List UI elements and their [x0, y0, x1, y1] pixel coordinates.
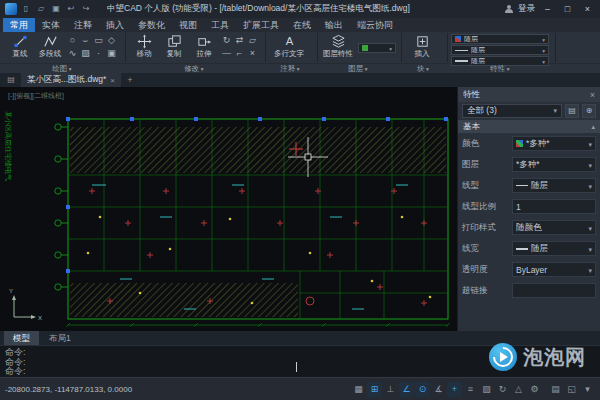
arc-tool-icon[interactable]: ⌣ [79, 34, 92, 47]
new-document-tab-button[interactable]: + [123, 73, 137, 87]
rotate-tool-icon[interactable]: ↻ [220, 34, 233, 47]
minimize-button[interactable]: – [540, 0, 555, 18]
close-tab-icon[interactable] [110, 75, 115, 85]
polyline-tool-button[interactable]: 多段线 [35, 34, 65, 59]
fillet-tool-icon[interactable]: ⌐ [233, 47, 246, 60]
redo-icon[interactable]: ↪ [80, 0, 92, 18]
line-icon [13, 34, 28, 49]
lineweight-value-field[interactable]: 随层 [512, 241, 596, 256]
polygon-tool-icon[interactable]: ◇ [105, 34, 118, 47]
move-tool-button[interactable]: 移动 [129, 34, 159, 59]
annotation-scale-toggle-icon[interactable]: △ [511, 382, 526, 397]
grid-toggle-icon[interactable]: ⊞ [367, 382, 382, 397]
toggle-pickadd-icon[interactable]: ⊕ [582, 104, 596, 118]
new-file-icon[interactable]: ▯ [20, 0, 32, 18]
circle-tool-icon[interactable]: ○ [66, 34, 79, 47]
group-label-properties[interactable]: 特性 [446, 64, 554, 73]
region-tool-icon[interactable]: ▣ [105, 47, 118, 60]
ribbon-group-modify: 移动 复制 拉伸 ↻ ⇄ ▱ — [126, 33, 266, 62]
fullscreen-icon[interactable]: ◱ [564, 382, 579, 397]
dimension-line [66, 323, 450, 327]
line-tool-button[interactable]: 直线 [5, 34, 35, 59]
start-tab-icon[interactable]: ▤ [3, 73, 19, 87]
group-label-annotate[interactable]: 注释 [264, 64, 316, 73]
ribbon-tab-view[interactable]: 视图 [172, 18, 204, 32]
ribbon-tab-cloud[interactable]: 端云协同 [350, 18, 400, 32]
hatch-display-toggle-icon[interactable]: ▨ [479, 382, 494, 397]
drawing-viewport[interactable]: [-][俯视][二维线框] 某小区高层住宅楼电气 [0, 87, 457, 331]
ortho-toggle-icon[interactable]: ⊥ [383, 382, 398, 397]
layer-select-combo[interactable] [358, 43, 396, 53]
maximize-button[interactable]: □ [560, 0, 575, 18]
ucs-icon [12, 295, 36, 319]
lineweight-toggle-icon[interactable]: ≡ [463, 382, 478, 397]
linetype-scale-field[interactable]: 1 [512, 199, 596, 214]
trim-tool-icon[interactable]: — [220, 47, 233, 60]
group-label-block[interactable]: 块 [400, 64, 446, 73]
mtext-tool-button[interactable]: A 多行文字 [269, 34, 309, 59]
open-file-icon[interactable]: ▱ [35, 0, 47, 18]
cycle-select-toggle-icon[interactable]: ↻ [495, 382, 510, 397]
linetype-value-field[interactable]: 随层 [512, 178, 596, 193]
ribbon-tab-online[interactable]: 在线 [286, 18, 318, 32]
ribbon-tab-tools[interactable]: 工具 [204, 18, 236, 32]
ribbon-tab-output[interactable]: 输出 [318, 18, 350, 32]
rectangle-tool-icon[interactable]: ▭ [92, 34, 105, 47]
snap-toggle-icon[interactable]: ▦ [351, 382, 366, 397]
polar-toggle-icon[interactable]: ∠ [399, 382, 414, 397]
workspace-toggle-icon[interactable]: ⚙ [527, 382, 542, 397]
insert-block-button[interactable]: 插入 [405, 34, 439, 59]
move-icon [137, 34, 152, 49]
transparency-value-field[interactable]: ByLayer [512, 262, 596, 277]
offset-tool-icon[interactable]: ▱ [246, 34, 259, 47]
zwcad-logo-icon[interactable] [5, 3, 17, 15]
watermark-text: 泡泡网 [523, 344, 586, 371]
group-label-layers[interactable]: 图层 [316, 64, 400, 73]
color-value-field[interactable]: *多种* [512, 136, 596, 151]
stretch-tool-button[interactable]: 拉伸 [189, 34, 219, 59]
undo-icon[interactable]: ↩ [65, 0, 77, 18]
ribbon-tab-parametric[interactable]: 参数化 [131, 18, 172, 32]
save-file-icon[interactable]: ▣ [50, 0, 62, 18]
entity-type-select[interactable]: 全部 (3)▾ [462, 104, 562, 118]
hyperlink-value-field[interactable] [512, 283, 596, 298]
point-tool-icon[interactable]: · [92, 47, 105, 60]
hatch-lower-band [70, 283, 298, 317]
plotstyle-value-field[interactable]: 随颜色 [512, 220, 596, 235]
tab-layout1[interactable]: 布局1 [40, 331, 80, 345]
layer-properties-button[interactable]: 图层特性 [321, 34, 355, 59]
quick-select-icon[interactable]: ▤ [565, 104, 579, 118]
osnap-toggle-icon[interactable]: ⊙ [415, 382, 430, 397]
group-label-draw[interactable]: 绘图 [0, 64, 124, 73]
coordinates-readout: -20800.2873, -114787.0133, 0.0000 [5, 385, 132, 394]
document-tab-active[interactable]: 某小区高...图纸.dwg* [21, 73, 121, 87]
ribbon-tab-insert[interactable]: 插入 [99, 18, 131, 32]
linetype-combo[interactable]: 随层 [451, 45, 549, 55]
mirror-tool-icon[interactable]: ⇄ [233, 34, 246, 47]
viewport-controls[interactable]: [-][俯视][二维线框] [8, 92, 64, 100]
ribbon-tab-solid[interactable]: 实体 [35, 18, 67, 32]
layer-value-field[interactable]: *多种* [512, 157, 596, 172]
collapse-icon[interactable]: ▴ [591, 123, 595, 131]
copy-tool-button[interactable]: 复制 [159, 34, 189, 59]
object-color-combo[interactable]: 随层 [451, 34, 549, 44]
floor-plan [68, 119, 448, 319]
group-label-modify[interactable]: 修改 [124, 64, 264, 73]
otrack-toggle-icon[interactable]: ∡ [431, 382, 446, 397]
tab-model[interactable]: 模型 [4, 331, 39, 345]
user-icon [504, 5, 513, 14]
clean-screen-icon[interactable]: ▤ [548, 382, 563, 397]
close-button[interactable]: × [580, 0, 595, 18]
close-panel-icon[interactable] [590, 90, 595, 100]
dynamic-input-toggle-icon[interactable]: + [447, 382, 462, 397]
ribbon-tab-annotate[interactable]: 注释 [67, 18, 99, 32]
section-basic-header[interactable]: 基本 [463, 121, 480, 133]
erase-tool-icon[interactable]: × [246, 47, 259, 60]
login-button[interactable]: 登录 [518, 3, 535, 15]
spline-tool-icon[interactable]: ∿ [66, 47, 79, 60]
drawing-canvas[interactable]: [-][俯视][二维线框] 某小区高层住宅楼电气 [0, 87, 457, 331]
ribbon-tab-express[interactable]: 扩展工具 [236, 18, 286, 32]
customize-menu-icon[interactable]: ▾ [580, 382, 595, 397]
ribbon-tab-home[interactable]: 常用 [3, 18, 35, 32]
hatch-tool-icon[interactable]: ▨ [79, 47, 92, 60]
